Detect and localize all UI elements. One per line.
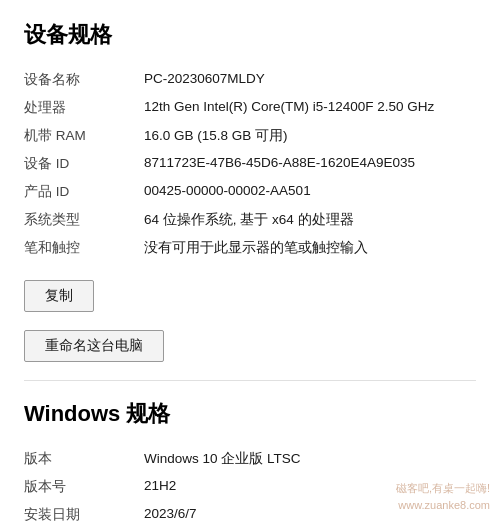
label-pen-touch: 笔和触控	[24, 239, 144, 257]
table-row: 产品 ID 00425-00000-00002-AA501	[24, 178, 476, 206]
value-win-version: 21H2	[144, 478, 476, 493]
table-row: 笔和触控 没有可用于此显示器的笔或触控输入	[24, 234, 476, 262]
table-row: 机带 RAM 16.0 GB (15.8 GB 可用)	[24, 122, 476, 150]
value-win-edition: Windows 10 企业版 LTSC	[144, 450, 476, 468]
table-row: 处理器 12th Gen Intel(R) Core(TM) i5-12400F…	[24, 94, 476, 122]
table-row: 安装日期 2023/6/7	[24, 501, 476, 525]
label-install-date: 安装日期	[24, 506, 144, 524]
device-section: 设备规格 设备名称 PC-20230607MLDY 处理器 12th Gen I…	[24, 20, 476, 362]
table-row: 设备 ID 8711723E-47B6-45D6-A88E-1620E4A9E0…	[24, 150, 476, 178]
value-ram: 16.0 GB (15.8 GB 可用)	[144, 127, 476, 145]
value-processor: 12th Gen Intel(R) Core(TM) i5-12400F 2.5…	[144, 99, 476, 114]
table-row: 版本号 21H2	[24, 473, 476, 501]
windows-info-table: 版本 Windows 10 企业版 LTSC 版本号 21H2 安装日期 202…	[24, 445, 476, 525]
rename-button[interactable]: 重命名这台电脑	[24, 330, 164, 362]
label-system-type: 系统类型	[24, 211, 144, 229]
device-section-title: 设备规格	[24, 20, 476, 50]
value-device-id: 8711723E-47B6-45D6-A88E-1620E4A9E035	[144, 155, 476, 170]
windows-section-title: Windows 规格	[24, 399, 476, 429]
label-product-id: 产品 ID	[24, 183, 144, 201]
table-row: 设备名称 PC-20230607MLDY	[24, 66, 476, 94]
label-processor: 处理器	[24, 99, 144, 117]
section-divider	[24, 380, 476, 381]
table-row: 版本 Windows 10 企业版 LTSC	[24, 445, 476, 473]
copy-button[interactable]: 复制	[24, 280, 94, 312]
windows-section: Windows 规格 版本 Windows 10 企业版 LTSC 版本号 21…	[24, 399, 476, 525]
device-info-table: 设备名称 PC-20230607MLDY 处理器 12th Gen Intel(…	[24, 66, 476, 262]
label-device-name: 设备名称	[24, 71, 144, 89]
value-device-name: PC-20230607MLDY	[144, 71, 476, 86]
value-system-type: 64 位操作系统, 基于 x64 的处理器	[144, 211, 476, 229]
copy-button-row: 复制	[24, 280, 476, 312]
value-product-id: 00425-00000-00002-AA501	[144, 183, 476, 198]
table-row: 系统类型 64 位操作系统, 基于 x64 的处理器	[24, 206, 476, 234]
value-pen-touch: 没有可用于此显示器的笔或触控输入	[144, 239, 476, 257]
rename-button-row: 重命名这台电脑	[24, 322, 476, 362]
label-win-version: 版本号	[24, 478, 144, 496]
label-win-edition: 版本	[24, 450, 144, 468]
value-install-date: 2023/6/7	[144, 506, 476, 521]
label-device-id: 设备 ID	[24, 155, 144, 173]
label-ram: 机带 RAM	[24, 127, 144, 145]
